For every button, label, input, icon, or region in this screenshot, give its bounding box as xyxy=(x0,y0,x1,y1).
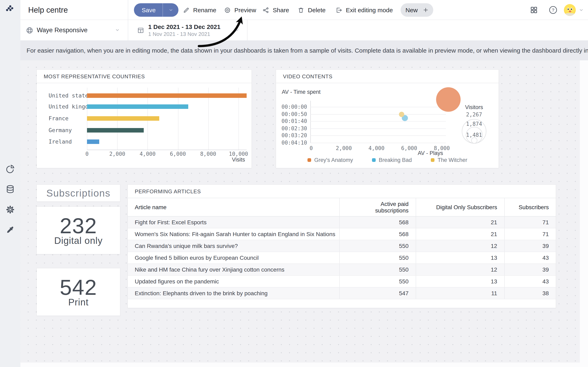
widget-video-contents[interactable]: VIDEO CONTENTS AV - Time spent00:00:0000… xyxy=(276,70,499,168)
preview-label: Preview xyxy=(234,7,256,13)
avatar-shirt xyxy=(565,13,575,16)
grid-line xyxy=(310,142,446,143)
table-cell: 43 xyxy=(504,275,556,287)
plus-icon xyxy=(423,7,428,13)
video-bubble-chart: AV - Time spent00:00:0000:00:5000:01:400… xyxy=(276,70,499,168)
widget-metric-digital-only[interactable]: 232 Digital only xyxy=(37,207,120,254)
legend-item[interactable]: The Witcher xyxy=(431,157,467,163)
metric-value: 232 xyxy=(60,215,97,236)
table-row: Updated figures on the pandemic5501343 xyxy=(128,275,556,287)
rename-label: Rename xyxy=(193,7,216,13)
new-label: New xyxy=(406,7,418,13)
y-axis-tick: 00:03:20 xyxy=(279,132,307,138)
y-axis-tick: 00:00:00 xyxy=(279,104,307,110)
save-dropdown-caret[interactable] xyxy=(163,3,178,17)
share-icon xyxy=(263,7,269,13)
legend-swatch xyxy=(307,158,311,162)
new-dashboard-button[interactable]: New xyxy=(401,3,433,17)
widget-subscriptions-header[interactable]: Subscriptions xyxy=(37,185,120,201)
table-cell: 11 xyxy=(416,287,504,299)
avatar-eye xyxy=(571,8,572,10)
metric-value: 542 xyxy=(60,276,97,298)
articles-table: Article nameActive paid subscriptionsDig… xyxy=(128,198,556,299)
table-cell: Women's Six Nations: Fit-again Sarah Hun… xyxy=(128,228,339,240)
x-axis-title: AV - Plays xyxy=(418,150,443,156)
database-icon[interactable] xyxy=(6,185,15,194)
table-cell: 43 xyxy=(504,252,556,263)
table-cell: 550 xyxy=(339,240,416,252)
color-picker-icon[interactable] xyxy=(6,225,15,234)
table-cell: 12 xyxy=(416,240,504,252)
scrollbar-track-horizontal[interactable] xyxy=(20,363,588,367)
app-window: Help centre Save Rename Preview Share De… xyxy=(0,0,588,367)
x-axis-title: Visits xyxy=(232,157,245,163)
column-header[interactable]: Subscribers xyxy=(504,198,556,216)
date-caret-icon[interactable] xyxy=(234,27,240,33)
exit-editing-mode-button[interactable]: Exit editing mode xyxy=(336,0,393,20)
legend-label: The Witcher xyxy=(438,157,467,163)
x-axis-tick: 2,000 xyxy=(336,145,352,151)
y-axis-tick: 00:01:40 xyxy=(279,118,307,124)
table-cell: 38 xyxy=(504,287,556,299)
bar xyxy=(87,93,247,98)
analytics-pie-chart-icon[interactable] xyxy=(6,164,15,173)
x-axis-tick: 6,000 xyxy=(401,145,417,151)
column-header[interactable]: Active paid subscriptions xyxy=(339,198,416,216)
save-button[interactable]: Save xyxy=(134,3,178,17)
metric-label: Print xyxy=(68,297,89,308)
avatar-eye xyxy=(567,8,569,10)
rename-button[interactable]: Rename xyxy=(183,0,216,20)
x-axis-tick: 0 xyxy=(85,151,89,157)
settings-gear-icon[interactable] xyxy=(6,205,15,214)
column-header[interactable]: Article name xyxy=(128,198,339,216)
help-icon[interactable]: ? xyxy=(546,3,560,17)
column-header[interactable]: Digital Only Subscribers xyxy=(416,198,504,216)
legend-item[interactable]: Grey's Anatomy xyxy=(307,157,353,163)
size-legend-title: Visitors xyxy=(465,104,483,110)
sampling-info-banner: For easier navigation, when you are in e… xyxy=(20,40,588,60)
scrollbar-track-vertical[interactable] xyxy=(580,60,588,367)
calendar-icon xyxy=(137,27,144,34)
dashboard-canvas: MOST REPRESENTATIVE COUNTRIES 02,0004,00… xyxy=(20,60,580,363)
account-caret-icon[interactable] xyxy=(576,3,586,17)
table-cell: 550 xyxy=(339,263,416,275)
legend-item[interactable]: Breaking Bad xyxy=(372,157,412,163)
preview-icon xyxy=(224,7,231,13)
x-axis-line xyxy=(87,150,247,150)
save-button-label[interactable]: Save xyxy=(134,3,163,17)
legend-swatch xyxy=(431,158,434,162)
piwik-pro-logo[interactable] xyxy=(4,3,16,15)
table-cell: 39 xyxy=(504,263,556,275)
site-name: Waye Responsive xyxy=(37,26,87,34)
widget-performing-articles[interactable]: PERFORMING ARTICLES Article nameActive p… xyxy=(128,185,556,308)
widget-most-representative-countries[interactable]: MOST REPRESENTATIVE COUNTRIES 02,0004,00… xyxy=(37,70,251,168)
site-selector[interactable]: Waye Responsive xyxy=(26,20,87,40)
metric-label: Digital only xyxy=(54,235,103,246)
table-cell: Extinction: Elephants driven to the brin… xyxy=(128,287,339,299)
grid-line xyxy=(310,128,446,129)
delete-button[interactable]: Delete xyxy=(298,0,326,20)
avatar-beak xyxy=(569,11,571,12)
share-button[interactable]: Share xyxy=(263,0,289,20)
site-caret-icon[interactable] xyxy=(115,27,120,33)
table-cell: 21 xyxy=(416,216,504,228)
bar xyxy=(87,128,144,132)
user-avatar[interactable] xyxy=(564,4,576,16)
table-cell: 13 xyxy=(416,275,504,287)
table-cell: 39 xyxy=(504,240,556,252)
apps-grid-icon[interactable] xyxy=(527,3,541,17)
preview-button[interactable]: Preview xyxy=(224,0,256,20)
widget-metric-print[interactable]: 542 Print xyxy=(37,268,120,316)
table-cell: 547 xyxy=(339,287,416,299)
grid-line xyxy=(310,135,446,136)
date-comparison-value: 1 Nov 2021 - 13 Nov 2021 xyxy=(148,31,221,37)
size-legend-value: 2,267 xyxy=(466,111,482,118)
table-row: Extinction: Elephants driven to the brin… xyxy=(128,287,556,299)
date-range-selector[interactable]: 1 Dec 2021 - 13 Dec 2021 1 Nov 2021 - 13… xyxy=(137,20,221,40)
table-row: Fight for First: Excel Esports5682171 xyxy=(128,216,556,228)
legend-swatch xyxy=(372,158,375,162)
grid-line xyxy=(310,107,446,107)
bar xyxy=(87,139,99,144)
subscriptions-title: Subscriptions xyxy=(46,187,111,199)
bar-label: Germany xyxy=(49,127,72,133)
